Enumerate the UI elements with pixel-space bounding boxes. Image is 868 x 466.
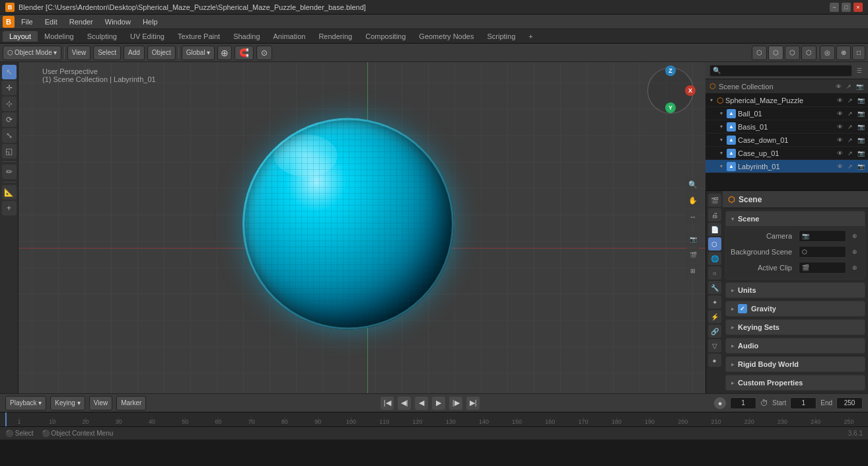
outliner-caseup01[interactable]: ▾ ▲ Case_up_01 👁 ↗ 📷 [705, 147, 868, 160]
expand-casedown01[interactable]: ▾ [718, 137, 725, 143]
props-output-tab[interactable]: 🖨 [708, 208, 721, 221]
props-constraints-tab[interactable]: 🔗 [708, 325, 721, 338]
jump-start-btn[interactable]: |◀ [380, 397, 394, 410]
camera-picker[interactable]: ⊕ [849, 231, 861, 241]
tab-scripting[interactable]: Scripting [480, 31, 522, 42]
viewport-xray-toggle[interactable]: □ [852, 46, 865, 60]
casedown01-cam[interactable]: 📷 [856, 136, 865, 145]
step-forward-btn[interactable]: |▶ [449, 397, 462, 410]
labyrinth01-cam[interactable]: 📷 [856, 162, 865, 171]
object-menu[interactable]: Object [147, 46, 176, 60]
viewport-overlay-toggle[interactable]: ◎ [820, 46, 835, 60]
menu-edit[interactable]: Edit [40, 17, 63, 27]
casedown01-sel[interactable]: ↗ [846, 136, 855, 145]
bg-scene-picker[interactable]: ⊕ [849, 247, 861, 256]
tab-shading[interactable]: Shading [227, 31, 266, 42]
snap-toggle[interactable]: 🧲 [235, 46, 254, 60]
props-scene-tab[interactable]: ⬡ [708, 237, 721, 251]
viewport-3d[interactable]: User Perspective (1) Scene Collection | … [18, 62, 705, 393]
tool-annotate[interactable]: ✏ [2, 165, 17, 179]
caseup01-eye[interactable]: 👁 [835, 149, 844, 158]
minimize-button[interactable]: − [830, 3, 839, 12]
collection-eye[interactable]: 👁 [835, 96, 844, 105]
tab-animation[interactable]: Animation [267, 31, 312, 42]
labyrinth01-eye[interactable]: 👁 [835, 162, 844, 171]
basis01-eye[interactable]: 👁 [835, 122, 844, 132]
current-frame-input[interactable] [730, 397, 756, 409]
axis-y-gizmo[interactable]: Y [665, 102, 676, 113]
props-view-layer-tab[interactable]: 📄 [708, 223, 721, 236]
play-back-btn[interactable]: ◀ [415, 397, 428, 410]
pan-tool[interactable]: ✋ [686, 194, 700, 208]
caseup01-sel[interactable]: ↗ [846, 149, 855, 158]
props-keying-header[interactable]: ▸ Keying Sets [726, 320, 865, 334]
collection-sel[interactable]: ↗ [846, 96, 855, 105]
bg-scene-value[interactable]: ⬡ [799, 246, 846, 258]
outliner-search[interactable] [709, 65, 852, 77]
axis-x-gizmo[interactable]: X [685, 85, 696, 96]
caseup01-cam[interactable]: 📷 [856, 149, 865, 158]
tab-sculpting[interactable]: Sculpting [81, 31, 124, 42]
props-modifier-tab[interactable]: 🔧 [708, 281, 721, 294]
outliner-filter-btn[interactable]: ☰ [855, 66, 864, 75]
casedown01-eye[interactable]: 👁 [835, 136, 844, 145]
gravity-checkbox[interactable]: ✓ [738, 304, 747, 313]
camera-value[interactable]: 📷 [799, 230, 846, 242]
jump-end-btn[interactable]: ▶| [466, 397, 480, 410]
close-button[interactable]: × [853, 3, 863, 12]
labyrinth01-sel[interactable]: ↗ [846, 162, 855, 171]
end-frame-input[interactable] [836, 397, 863, 409]
viewport-gizmo-toggle[interactable]: ⊕ [836, 46, 851, 60]
measure-tool-vp[interactable]: ⊞ [686, 264, 700, 278]
outliner-eye-btn[interactable]: 👁 [834, 82, 843, 91]
ball01-cam[interactable]: 📷 [856, 109, 865, 118]
basis01-sel[interactable]: ↗ [846, 122, 855, 132]
transform-toggle[interactable]: ⊕ [217, 46, 232, 60]
expand-caseup01[interactable]: ▾ [718, 150, 725, 157]
tool-select[interactable]: ↖ [2, 65, 17, 79]
tab-rendering[interactable]: Rendering [312, 31, 359, 42]
tab-modeling[interactable]: Modeling [38, 31, 81, 42]
outliner-basis01[interactable]: ▾ ▲ Basis_01 👁 ↗ 📷 [705, 120, 868, 134]
active-clip-picker[interactable]: ⊕ [849, 263, 861, 272]
tool-move[interactable]: ⊹ [2, 97, 17, 111]
zoom-tool[interactable]: 🔍 [686, 178, 700, 192]
menu-render[interactable]: Render [64, 17, 98, 27]
start-frame-input[interactable] [790, 397, 816, 409]
props-gravity-header[interactable]: ▸ ✓ Gravity [726, 301, 865, 316]
tab-geometry-nodes[interactable]: Geometry Nodes [412, 31, 480, 42]
navigation-gizmo[interactable]: Z X Y [647, 67, 700, 120]
viewport-shading-rendered[interactable]: ⬡ [801, 46, 816, 60]
tool-transform[interactable]: ◱ [2, 144, 17, 159]
view-menu[interactable]: View [67, 46, 91, 60]
outliner-ball01[interactable]: ▾ ▲ Ball_01 👁 ↗ 📷 [705, 107, 868, 120]
tab-layout[interactable]: Layout [3, 31, 38, 42]
timeline-bar[interactable]: 1 10 20 30 40 50 60 70 80 90 100 110 120… [0, 412, 868, 426]
tab-uv-editing[interactable]: UV Editing [124, 31, 171, 42]
tool-scale[interactable]: ⤡ [2, 128, 17, 143]
tool-measure[interactable]: 📐 [2, 185, 17, 200]
props-particles-tab[interactable]: ✦ [708, 295, 721, 309]
render-view-tool[interactable]: 🎬 [686, 248, 700, 262]
props-world-tab[interactable]: 🌐 [708, 252, 721, 265]
play-btn[interactable]: ▶ [432, 397, 445, 410]
global-select[interactable]: Global ▾ [182, 46, 215, 60]
props-data-tab[interactable]: ▽ [708, 339, 721, 352]
expand-ball01[interactable]: ▾ [718, 110, 725, 117]
props-physics-tab[interactable]: ⚡ [708, 310, 721, 323]
playback-menu[interactable]: Playback ▾ [5, 396, 46, 410]
menu-file[interactable]: File [16, 17, 38, 27]
view-menu-timeline[interactable]: View [89, 396, 113, 410]
menu-window[interactable]: Window [100, 17, 136, 27]
props-material-tab[interactable]: ● [708, 354, 721, 367]
expand-collection[interactable]: ▾ [708, 97, 715, 104]
outliner-collection-item[interactable]: ▾ ⬡ Spherical_Maze_Puzzle 👁 ↗ 📷 [705, 94, 868, 107]
keying-menu[interactable]: Keying ▾ [50, 396, 85, 410]
expand-basis01[interactable]: ▾ [718, 124, 725, 130]
proportional-toggle[interactable]: ⊙ [256, 46, 272, 60]
select-menu[interactable]: Select [93, 46, 121, 60]
maximize-button[interactable]: □ [842, 3, 851, 12]
props-units-header[interactable]: ▸ Units [726, 283, 865, 297]
tab-compositing[interactable]: Compositing [359, 31, 412, 42]
ball01-eye[interactable]: 👁 [835, 109, 844, 118]
